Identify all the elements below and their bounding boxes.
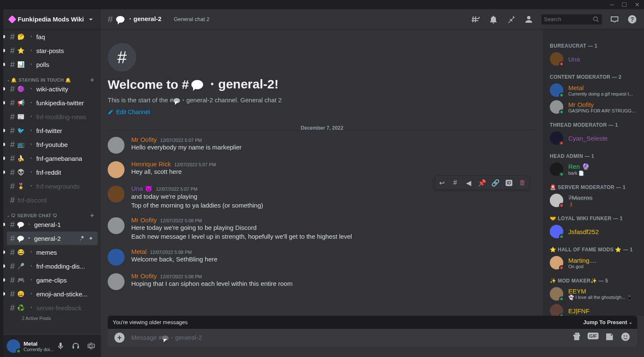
message-text: and today we're playing: [131, 192, 536, 201]
channel-item[interactable]: #🍌・fnf-gamebanana: [7, 152, 98, 165]
channel-item[interactable]: #fnf-discord: [7, 193, 98, 207]
old-messages-bar[interactable]: You're viewing older messages Jump To Pr…: [108, 316, 637, 329]
message-text: Each new message I level up in strength,…: [131, 232, 536, 241]
message-input[interactable]: Message #・general-2: [131, 334, 572, 342]
edit-channel-link[interactable]: Edit Channel: [108, 109, 150, 115]
attach-button[interactable]: +: [114, 333, 125, 343]
channel-item[interactable]: #🐦・fnf-twitter: [7, 124, 98, 137]
channel-item[interactable]: #👽・fnf-reddit: [7, 165, 98, 179]
sticker-icon[interactable]: [604, 332, 615, 344]
welcome-subtitle: This is the start of the #・general-2 cha…: [108, 96, 536, 104]
channel-item[interactable]: #🎮・game-clips: [7, 273, 98, 287]
id-icon[interactable]: ID: [502, 176, 516, 189]
channel-item[interactable]: #🟣・wiki-activity: [7, 82, 98, 96]
member-name: Ren 🔮: [568, 163, 637, 171]
member-item[interactable]: Mr OofityGASPING FOR AIR! STRUGGL...: [546, 99, 641, 115]
message: Una 😈12/07/2022 5:07 PM and today we're …: [108, 181, 536, 213]
pinned-icon[interactable]: [506, 14, 516, 24]
status-dot: [559, 172, 564, 177]
search-input[interactable]: [544, 16, 593, 22]
thread-icon[interactable]: #: [448, 176, 462, 189]
member-item[interactable]: 7Macros🗼: [546, 192, 641, 209]
channel-item[interactable]: #♻️・server-feedback: [7, 301, 98, 314]
reply-icon[interactable]: ↩: [435, 176, 448, 189]
message-scroller[interactable]: # Welcome to #・general-2! This is the st…: [101, 29, 543, 316]
link-icon[interactable]: 🔗: [489, 176, 502, 189]
members-icon[interactable]: [524, 14, 534, 24]
notifications-icon[interactable]: [488, 14, 498, 24]
gift-icon[interactable]: [572, 332, 582, 344]
channel-item[interactable]: #😀・emoji-and-sticke...: [7, 287, 98, 301]
member-name: EEYM: [568, 288, 637, 295]
self-avatar[interactable]: [7, 339, 20, 353]
member-name: Cyan_Seleste: [568, 135, 637, 142]
message-author[interactable]: Mr Oofity: [131, 216, 157, 224]
member-item[interactable]: Ren 🔮bark 📄: [546, 161, 641, 178]
close-icon[interactable]: ✕: [635, 1, 640, 8]
category-header[interactable]: ⌄🔔 STAYING IN TOUCH 🔔+: [3, 72, 101, 82]
member-item[interactable]: Jsfasdf252: [546, 223, 641, 240]
member-item[interactable]: Una: [546, 51, 641, 67]
deafen-button[interactable]: [69, 339, 82, 353]
minimize-icon[interactable]: ─: [610, 1, 614, 8]
chevron-down-icon: [87, 15, 95, 24]
message-avatar[interactable]: [108, 161, 125, 178]
channel-item[interactable]: #📰・fnf-modding-news: [7, 110, 98, 123]
member-item[interactable]: Marting....On god: [546, 254, 641, 271]
channel-item[interactable]: #・general-1: [7, 218, 98, 231]
window-titlebar: ─ ☐ ✕: [0, 0, 644, 9]
hash-icon: #: [108, 14, 113, 25]
react-icon[interactable]: ◀: [462, 176, 475, 189]
channel-item[interactable]: #・general-2: [7, 232, 98, 245]
message-avatar[interactable]: [108, 137, 125, 154]
channel-item[interactable]: #🤔・faq: [7, 30, 98, 43]
maximize-icon[interactable]: ☐: [622, 1, 627, 8]
member-list[interactable]: BUREAUCRAT — 1 UnaCONTENT MODERATOR — 2 …: [543, 29, 644, 316]
channel-item[interactable]: #🎤・fnf-modding-dis...: [7, 259, 98, 273]
message-time: 12/07/2022 5:07 PM: [156, 186, 198, 192]
channel-item[interactable]: #⭐・star-posts: [7, 44, 98, 57]
channel-item[interactable]: #📺・fnf-youtube: [7, 138, 98, 151]
message-avatar[interactable]: [108, 217, 125, 234]
message-avatar[interactable]: [108, 249, 125, 266]
message-author[interactable]: Mr Oofity: [131, 272, 157, 280]
threads-icon[interactable]: [471, 14, 481, 24]
member-status: On god: [568, 264, 637, 269]
message-author[interactable]: Metal: [131, 248, 147, 255]
category-header[interactable]: ⌄🗨 SERVER CHAT 🗨+: [3, 207, 101, 217]
settings-button[interactable]: [84, 339, 98, 353]
message-avatar[interactable]: [108, 273, 125, 290]
channel-item[interactable]: #😂・memes: [7, 245, 98, 259]
emoji-icon[interactable]: [620, 332, 631, 344]
pin-icon[interactable]: 📌: [475, 176, 489, 189]
member-status: GASPING FOR AIR! STRUGGL...: [568, 108, 637, 113]
channel-item[interactable]: #📢・funkipedia-twitter: [7, 96, 98, 109]
member-item[interactable]: MetalCurrently doing a gif request t...: [546, 82, 641, 99]
message-author[interactable]: Mr Oofity: [131, 136, 157, 143]
member-item[interactable]: EJ|FNF: [546, 302, 641, 316]
message-avatar[interactable]: [108, 186, 125, 202]
member-item[interactable]: EEYM👻 I love all the ghosts/gh... 📱: [546, 285, 641, 302]
message-author[interactable]: Una 😈: [131, 185, 153, 192]
jump-to-present[interactable]: Jump To Present ⌄: [583, 319, 632, 325]
server-header[interactable]: Funkipedia Mods Wiki: [3, 9, 101, 29]
channel-item[interactable]: #🎖️・fnf-newgrounds: [7, 179, 98, 193]
inbox-icon[interactable]: [610, 14, 620, 24]
status-dot: [559, 61, 564, 67]
help-icon[interactable]: ?: [627, 14, 637, 24]
welcome-title: Welcome to #・general-2!: [108, 76, 536, 93]
message: Mr Oofity12/07/2022 5:08 PM Here today w…: [108, 213, 536, 244]
message-author[interactable]: Henrique Rick: [131, 160, 171, 168]
role-header: 🚨 SERVER MODERATOR — 1: [546, 178, 641, 192]
delete-icon[interactable]: 🗑: [516, 176, 529, 189]
channel-item[interactable]: #📊・polls: [7, 58, 98, 71]
invite-icon[interactable]: [79, 235, 86, 242]
search-box[interactable]: [541, 14, 602, 24]
mute-mic-button[interactable]: [54, 339, 67, 353]
self-username: Metal: [24, 341, 54, 347]
member-item[interactable]: Cyan_Seleste: [546, 130, 641, 147]
member-status: 👻 I love all the ghosts/gh... 📱: [568, 295, 637, 300]
gif-button[interactable]: GIF: [588, 332, 599, 344]
message-text: Hey all, scott here: [131, 168, 536, 176]
gear-icon[interactable]: [87, 235, 94, 242]
